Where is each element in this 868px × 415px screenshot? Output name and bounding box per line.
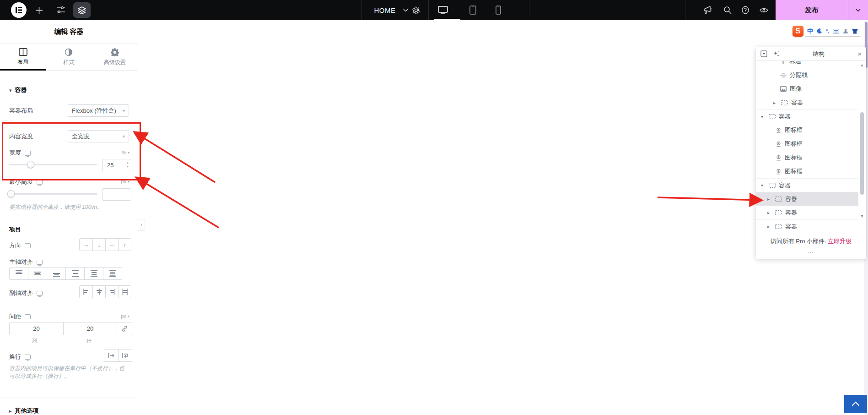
tab-advanced[interactable]: 高级设置 (92, 44, 138, 70)
page-title-dropdown[interactable]: HOME (369, 0, 401, 20)
site-settings-sliders-icon[interactable] (55, 0, 67, 20)
whats-new-megaphone-icon[interactable] (701, 0, 714, 20)
justify-space-around-button[interactable] (84, 268, 103, 279)
scroll-to-top-button[interactable] (844, 395, 867, 413)
gap-row-input[interactable] (63, 322, 117, 335)
min-height-unit-select[interactable]: px▾ (121, 179, 129, 184)
panel-collapse-button[interactable]: ‹ (138, 219, 145, 231)
width-input[interactable] (102, 159, 121, 171)
tree-item-icon-box[interactable]: 图标框 (756, 164, 858, 178)
justify-space-evenly-button[interactable] (103, 268, 122, 279)
justify-start-button[interactable] (10, 268, 28, 279)
gap-unit-select[interactable]: px▾ (121, 313, 129, 319)
page-settings-gear-icon[interactable] (410, 0, 422, 20)
device-desktop-icon[interactable] (436, 0, 450, 20)
tree-item-icon-box[interactable]: 图标框 (756, 137, 858, 151)
dock-caret-square-icon[interactable] (760, 50, 767, 57)
device-mobile-icon[interactable] (492, 0, 504, 20)
device-tablet-icon[interactable] (467, 0, 479, 20)
ime-skin-shirt-icon[interactable] (852, 28, 858, 34)
active-device-underline (434, 19, 460, 20)
tree-item-icon-box[interactable]: 图标框 (756, 123, 858, 137)
link-values-icon[interactable] (117, 322, 132, 335)
tree-item-container-selected[interactable]: ▸ 容器 (756, 192, 858, 206)
min-height-input[interactable] (102, 189, 121, 200)
ime-punctuation-icon[interactable]: °, (826, 28, 829, 34)
tab-style[interactable]: 样式 (46, 44, 92, 70)
nowrap-button[interactable] (104, 349, 118, 361)
min-height-slider-handle[interactable] (7, 190, 15, 197)
add-element-icon[interactable] (33, 0, 45, 20)
spin-up-icon[interactable]: ▲ (126, 161, 129, 165)
tree-item-container[interactable]: ▾ 容器 (756, 178, 858, 192)
justify-space-between-button[interactable] (65, 268, 84, 279)
min-height-slider[interactable] (9, 193, 97, 195)
tab-layout[interactable]: 布局 (0, 44, 46, 70)
direction-button-group: → ↓ ← ↑ (79, 238, 131, 251)
tree-item-container[interactable]: ▸ 容器 (756, 219, 858, 233)
width-slider[interactable] (9, 164, 97, 165)
justify-content-group (9, 267, 122, 280)
responsive-monitor-icon[interactable] (25, 355, 31, 360)
container-layout-select[interactable]: Flexbox (弹性盒)▾ (68, 104, 129, 117)
navigator-scroll-thumb[interactable] (860, 112, 864, 195)
editor-canvas (138, 20, 864, 415)
width-slider-handle[interactable] (27, 161, 34, 168)
ime-moon-icon[interactable] (817, 28, 822, 34)
preview-eye-icon[interactable] (757, 0, 770, 20)
help-icon[interactable] (739, 0, 752, 20)
gap-column-input[interactable] (10, 322, 63, 335)
justify-end-button[interactable] (47, 268, 65, 279)
align-center-button[interactable] (92, 286, 105, 298)
responsive-monitor-icon[interactable] (37, 291, 43, 296)
responsive-monitor-icon[interactable] (25, 243, 31, 248)
sogou-ime-bar: S 中 °, (793, 26, 861, 37)
page-dropdown-chevron-icon[interactable] (402, 0, 409, 20)
direction-column-button[interactable]: ↓ (92, 239, 105, 251)
align-end-button[interactable] (105, 286, 118, 298)
tree-item-heading[interactable]: 标题 (756, 61, 858, 68)
align-stretch-button[interactable] (118, 286, 131, 298)
justify-center-button[interactable] (28, 268, 47, 279)
direction-column-reverse-button[interactable]: ↑ (118, 239, 131, 251)
publish-options-chevron-icon[interactable] (848, 0, 868, 20)
ime-user-icon[interactable] (843, 28, 848, 34)
sogou-logo-icon[interactable]: S (793, 26, 803, 37)
responsive-monitor-icon[interactable] (25, 151, 31, 156)
wrap-button[interactable] (118, 349, 132, 361)
tree-item-container[interactable]: ▾ 容器 (756, 109, 858, 123)
finder-search-icon[interactable] (721, 0, 734, 20)
tree-item-container[interactable]: ▸ 容器 (756, 96, 858, 109)
ime-keyboard-icon[interactable] (833, 29, 839, 33)
edit-container-panel: 编辑 容器 布局 样式 高级设置 ▾ 容器 容器布局 Flexbox (弹性盒)… (0, 20, 138, 415)
ime-chinese-mode-icon[interactable]: 中 (807, 27, 813, 35)
navigator-scrollbar[interactable]: ▲ ▼ (859, 63, 865, 235)
upgrade-link[interactable]: 立即升级 (828, 238, 852, 245)
responsive-monitor-icon[interactable] (37, 180, 43, 185)
responsive-monitor-icon[interactable] (37, 260, 43, 265)
ai-sparkle-icon[interactable] (773, 50, 780, 57)
section-container-header[interactable]: ▾ 容器 (9, 86, 27, 94)
publish-button[interactable]: 发布 (776, 0, 848, 20)
align-start-button[interactable] (80, 286, 92, 298)
tree-item-image[interactable]: 图像 (756, 82, 858, 96)
items-heading: 项目 (9, 225, 21, 234)
elementor-logo-icon[interactable] (11, 0, 27, 20)
other-options-section[interactable]: ▸ 其他选项 (9, 407, 39, 415)
close-icon[interactable]: × (857, 50, 862, 58)
scroll-down-icon[interactable]: ▼ (859, 214, 865, 218)
width-unit-select[interactable]: %▾ (122, 150, 129, 155)
scroll-up-icon[interactable]: ▲ (859, 63, 865, 67)
spin-down-icon[interactable]: ▼ (126, 165, 129, 169)
structure-layers-icon[interactable] (73, 2, 91, 18)
caret-down-icon: ▾ (128, 151, 129, 155)
responsive-monitor-icon[interactable] (25, 314, 31, 319)
content-width-select[interactable]: 全宽度▾ (68, 130, 129, 142)
direction-row-reverse-button[interactable]: ← (105, 239, 118, 251)
tree-item-container[interactable]: ▸ 容器 (756, 206, 858, 219)
tree-item-icon-box[interactable]: 图标框 (756, 151, 858, 164)
panel-resize-handle[interactable]: ⋯ (756, 249, 866, 256)
content-width-label: 内容宽度 (9, 132, 33, 141)
tree-item-divider[interactable]: 分隔线 (756, 68, 858, 82)
direction-row-button[interactable]: → (80, 239, 92, 251)
